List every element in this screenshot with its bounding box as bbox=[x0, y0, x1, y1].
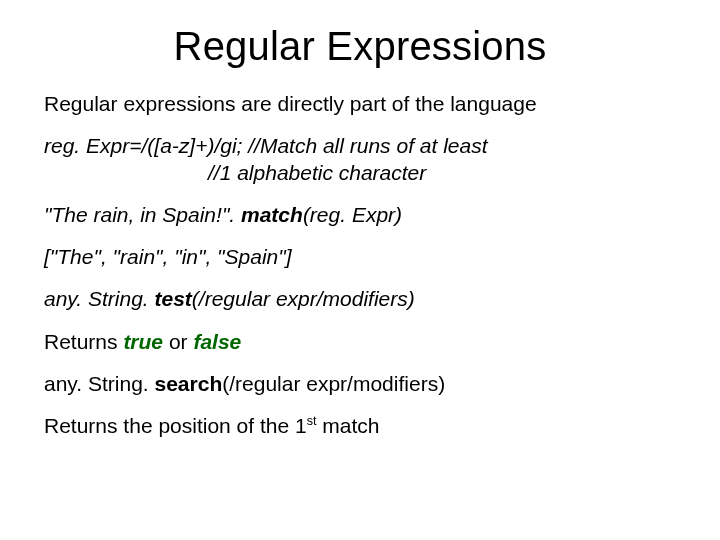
match-result: ["The", "rain", "in", "Spain"] bbox=[44, 244, 676, 270]
true-word: true bbox=[123, 330, 163, 353]
intro-line: Regular expressions are directly part of… bbox=[44, 91, 676, 117]
regex-comment-line2: //1 alphabetic character bbox=[44, 160, 676, 186]
test-returns: Returns true or false bbox=[44, 329, 676, 355]
search-post: (/regular expr/modifiers) bbox=[222, 372, 445, 395]
slide-title: Regular Expressions bbox=[44, 24, 676, 69]
regex-code-line1: reg. Expr=/([a-z]+)/gi; //Match all runs… bbox=[44, 134, 488, 157]
test-method: test bbox=[155, 287, 192, 310]
returns-pos-sup: st bbox=[307, 414, 317, 428]
slide: Regular Expressions Regular expressions … bbox=[0, 0, 720, 540]
match-call: "The rain, in Spain!". match(reg. Expr) bbox=[44, 202, 676, 228]
returns-pos-a: Returns the position of the 1 bbox=[44, 414, 307, 437]
match-post: (reg. Expr) bbox=[303, 203, 402, 226]
search-method: search bbox=[155, 372, 223, 395]
test-post: (/regular expr/modifiers) bbox=[192, 287, 415, 310]
search-returns: Returns the position of the 1st match bbox=[44, 413, 676, 439]
returns-pos-b: match bbox=[316, 414, 379, 437]
test-pre: any. String. bbox=[44, 287, 155, 310]
regex-definition: reg. Expr=/([a-z]+)/gi; //Match all runs… bbox=[44, 133, 676, 159]
returns-label: Returns bbox=[44, 330, 123, 353]
false-word: false bbox=[193, 330, 241, 353]
match-method: match bbox=[241, 203, 303, 226]
test-call: any. String. test(/regular expr/modifier… bbox=[44, 286, 676, 312]
or-word: or bbox=[163, 330, 193, 353]
search-call: any. String. search(/regular expr/modifi… bbox=[44, 371, 676, 397]
regex-code-line2: //1 alphabetic character bbox=[208, 161, 426, 184]
search-pre: any. String. bbox=[44, 372, 155, 395]
match-pre: "The rain, in Spain!". bbox=[44, 203, 241, 226]
